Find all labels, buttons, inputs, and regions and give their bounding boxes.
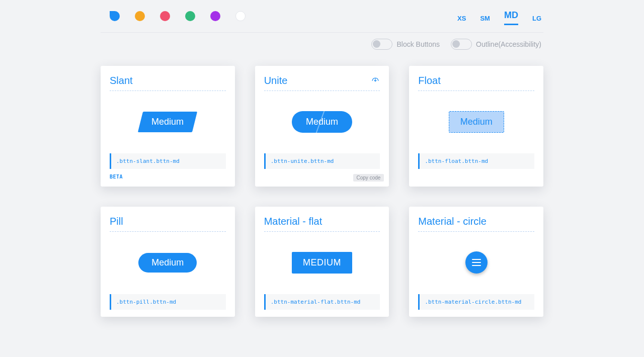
- toggle-outline[interactable]: Outline(Accessibility): [451, 39, 541, 50]
- size-tab-lg[interactable]: LG: [532, 12, 541, 25]
- material-circle-button[interactable]: [465, 251, 488, 274]
- pill-button[interactable]: Medium: [138, 253, 197, 273]
- card-title: Pill: [110, 216, 123, 227]
- toggle-block[interactable]: Block Buttons: [371, 39, 440, 50]
- color-swatch-blue[interactable]: [110, 11, 120, 21]
- code-snippet: .bttn-material-circle.bttn-md: [418, 294, 534, 310]
- cards-grid: Slant Medium .bttn-slant.bttn-md BETA Un…: [101, 66, 543, 317]
- code-snippet: .bttn-unite.bttn-md: [264, 153, 380, 169]
- color-swatch-purple[interactable]: [210, 11, 220, 21]
- card-material-circle: Material - circle .bttn-material-circle.…: [409, 207, 543, 317]
- toggle-row: Block Buttons Outline(Accessibility): [101, 33, 543, 54]
- preview: Medium: [418, 94, 534, 149]
- card-slant: Slant Medium .bttn-slant.bttn-md BETA: [101, 66, 235, 187]
- card-material-flat: Material - flat MEDIUM .bttn-material-fl…: [255, 207, 389, 317]
- code-snippet: .bttn-float.bttn-md: [418, 153, 534, 169]
- size-tabs: XS SM MD LG: [457, 7, 541, 25]
- preview: MEDIUM: [264, 235, 380, 290]
- material-flat-button[interactable]: MEDIUM: [292, 252, 352, 274]
- card-title: Material - flat: [264, 216, 323, 227]
- copy-code-button[interactable]: Copy code: [353, 174, 384, 182]
- preview: Medium: [264, 94, 380, 149]
- menu-icon: [472, 259, 481, 266]
- divider: [110, 231, 226, 232]
- unite-button[interactable]: Medium: [292, 111, 352, 133]
- card-pill: Pill Medium .bttn-pill.bttn-md: [101, 207, 235, 317]
- float-button[interactable]: Medium: [449, 111, 504, 133]
- card-unite: Unite Medium .bttn-unite.bttn-md Copy co…: [255, 66, 389, 187]
- divider: [264, 231, 380, 232]
- color-swatch-white[interactable]: [235, 11, 246, 21]
- color-swatch-red[interactable]: [160, 11, 170, 21]
- preview: Medium: [110, 94, 226, 149]
- divider: [418, 91, 534, 91]
- switch-icon: [371, 39, 392, 50]
- size-tab-md[interactable]: MD: [504, 7, 518, 25]
- toggle-block-label: Block Buttons: [396, 40, 440, 48]
- color-swatch-green[interactable]: [185, 11, 195, 21]
- card-title: Float: [418, 75, 440, 86]
- toggle-outline-label: Outline(Accessibility): [476, 40, 541, 48]
- preview: [418, 235, 534, 290]
- code-snippet: .bttn-pill.bttn-md: [110, 294, 226, 310]
- beta-badge: BETA: [110, 174, 226, 180]
- divider: [418, 231, 534, 232]
- divider: [264, 91, 380, 91]
- card-title: Material - circle: [418, 216, 487, 227]
- card-title: Slant: [110, 75, 133, 86]
- code-snippet: .bttn-slant.bttn-md: [110, 153, 226, 169]
- toolbar: XS SM MD LG: [101, 4, 543, 33]
- preview: Medium: [110, 235, 226, 290]
- code-snippet: .bttn-material-flat.bttn-md: [264, 294, 380, 310]
- slant-button[interactable]: Medium: [138, 112, 197, 132]
- size-tab-sm[interactable]: SM: [480, 12, 490, 25]
- color-swatch-orange[interactable]: [135, 11, 145, 21]
- switch-icon: [451, 39, 472, 50]
- card-title: Unite: [264, 75, 288, 86]
- size-tab-xs[interactable]: XS: [457, 12, 466, 25]
- color-palette: [110, 11, 246, 21]
- divider: [110, 91, 226, 91]
- download-icon[interactable]: [371, 75, 380, 86]
- card-float: Float Medium .bttn-float.bttn-md: [409, 66, 543, 187]
